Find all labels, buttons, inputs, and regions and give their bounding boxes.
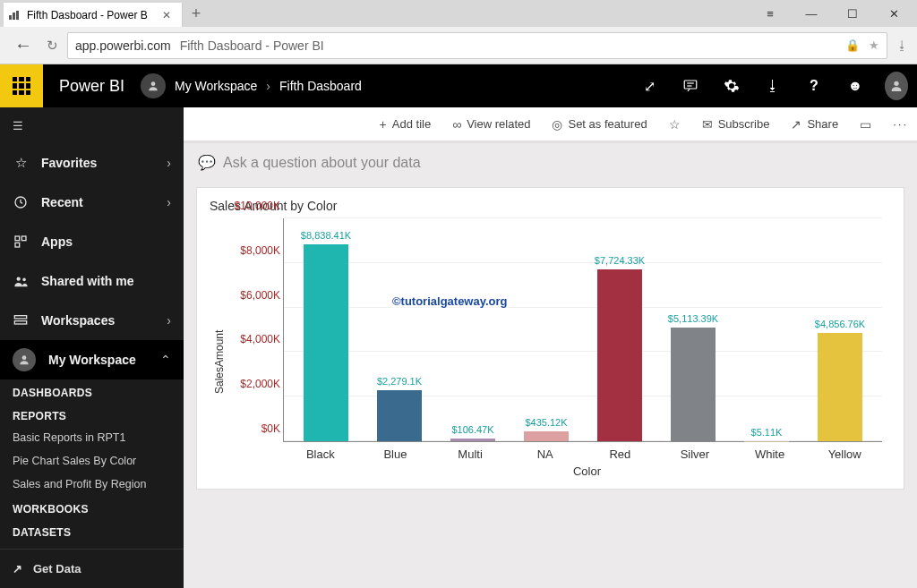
sidebar-item-workspaces[interactable]: Workspaces ›: [0, 301, 184, 340]
get-data-button[interactable]: ↗ Get Data: [0, 549, 184, 588]
share-button[interactable]: ↗Share: [791, 117, 838, 132]
sidebar-toggle-button[interactable]: ☰: [0, 107, 184, 143]
close-window-button[interactable]: ✕: [874, 1, 913, 26]
bar-yellow[interactable]: $4,856.76K: [803, 218, 877, 441]
report-link[interactable]: Pie Chart Sales By Color: [0, 449, 184, 473]
report-link[interactable]: Basic Reports in RPT1: [0, 426, 184, 449]
app-header: Power BI My Workspace › Fifth Dasboard ⤢…: [0, 64, 917, 107]
bar-red[interactable]: $7,724.33K: [583, 218, 656, 441]
back-button[interactable]: ←: [9, 31, 38, 59]
fullscreen-icon[interactable]: ⤢: [629, 64, 670, 107]
svg-rect-12: [14, 321, 26, 324]
download-icon[interactable]: ⭳: [752, 64, 793, 107]
bar-silver[interactable]: $5,113.39K: [656, 218, 730, 441]
section-datasets[interactable]: DATASETS: [0, 519, 184, 542]
app-launcher-button[interactable]: [0, 64, 43, 107]
minimize-button[interactable]: ―: [792, 1, 831, 26]
address-bar: ← ↻ app.powerbi.com Fifth Dasboard - Pow…: [0, 27, 917, 64]
sidebar-item-myworkspace[interactable]: My Workspace ⌃: [0, 340, 184, 379]
settings-gear-icon[interactable]: [711, 64, 752, 107]
svg-rect-11: [14, 316, 26, 319]
sidebar-item-recent[interactable]: Recent ›: [0, 183, 184, 222]
svg-point-9: [16, 277, 20, 280]
x-tick-label: Multi: [433, 442, 508, 461]
x-tick-label: NA: [508, 442, 583, 461]
related-icon: ∞: [452, 117, 461, 132]
x-tick-label: Blue: [358, 442, 433, 461]
add-tile-button[interactable]: +Add tile: [380, 117, 432, 132]
profile-avatar-icon[interactable]: [876, 64, 917, 107]
apps-icon: [13, 234, 29, 249]
qna-input[interactable]: 💬 Ask a question about your data: [184, 143, 917, 182]
workspaces-icon: [13, 313, 29, 328]
subscribe-button[interactable]: ✉Subscribe: [702, 117, 770, 132]
bar-rect: [597, 269, 641, 441]
tab-close-icon[interactable]: ✕: [159, 9, 175, 21]
bar-rect: [304, 244, 347, 441]
favorite-button[interactable]: ☆: [669, 117, 681, 132]
display-button[interactable]: ▭: [860, 117, 871, 132]
svg-rect-7: [21, 236, 26, 241]
download-icon[interactable]: ⭳: [896, 38, 908, 52]
svg-point-0: [151, 81, 156, 86]
tile-title: Sales Amount by Color: [210, 199, 891, 213]
sidebar-label: Favorites: [41, 156, 154, 170]
section-workbooks[interactable]: WORKBOOKS: [0, 496, 184, 519]
chat-icon: 💬: [198, 154, 216, 171]
svg-rect-8: [15, 243, 20, 247]
chevron-right-icon: ›: [167, 195, 171, 209]
chart-tile[interactable]: Sales Amount by Color SalesAmount $0K$2,…: [196, 187, 904, 490]
watermark-text: ©tutorialgateway.org: [390, 294, 510, 309]
new-tab-button[interactable]: +: [183, 4, 210, 23]
more-options-button[interactable]: ···: [893, 117, 908, 131]
qna-placeholder: Ask a question about your data: [223, 155, 421, 171]
content-area: +Add tile ∞View related ◎Set as featured…: [184, 107, 917, 588]
report-link[interactable]: Sales and Profit By Region: [0, 473, 184, 496]
arrow-icon: ↗: [13, 562, 22, 575]
help-icon[interactable]: ?: [793, 64, 835, 107]
sidebar-label: Workspaces: [41, 313, 154, 328]
section-reports[interactable]: REPORTS: [0, 403, 184, 426]
url-input[interactable]: app.powerbi.com Fifth Dasboard - Power B…: [67, 32, 887, 59]
tab-bar: Fifth Dasboard - Power B ✕ + ≡ ― ☐ ✕: [0, 0, 917, 27]
view-related-button[interactable]: ∞View related: [452, 117, 530, 132]
crumb-workspace[interactable]: My Workspace: [175, 79, 257, 93]
svg-rect-1: [684, 81, 697, 89]
section-dashboards[interactable]: DASHBOARDS: [0, 379, 184, 403]
maximize-button[interactable]: ☐: [833, 1, 872, 26]
bar-rect: [818, 333, 861, 441]
sidebar-item-shared[interactable]: Shared with me: [0, 261, 184, 301]
feedback-smile-icon[interactable]: ☻: [835, 64, 876, 107]
chevron-right-icon: ›: [266, 79, 270, 93]
bar-rect: [524, 431, 568, 441]
breadcrumb: My Workspace › Fifth Dasboard: [175, 79, 362, 93]
sidebar-item-favorites[interactable]: ☆ Favorites ›: [0, 143, 184, 183]
sidebar-item-apps[interactable]: Apps: [0, 222, 184, 261]
svg-point-13: [22, 355, 27, 360]
x-axis-label: Color: [283, 464, 891, 478]
plus-icon: +: [380, 117, 387, 132]
crumb-dashboard[interactable]: Fifth Dasboard: [279, 79, 362, 93]
sidebar-label: Apps: [41, 234, 171, 249]
refresh-button[interactable]: ↻: [47, 38, 58, 54]
menu-icon[interactable]: ≡: [750, 1, 790, 26]
bar-value-label: $5.11K: [751, 427, 783, 438]
url-page-title: Fifth Dasboard - Power BI: [180, 38, 324, 53]
chart-plot: $0K$2,000K$4,000K$6,000K$8,000K$10,000K$…: [283, 218, 882, 442]
browser-tab[interactable]: Fifth Dasboard - Power B ✕: [4, 3, 183, 27]
workspace-avatar-icon[interactable]: [141, 73, 166, 98]
bar-white[interactable]: $5.11K: [730, 218, 803, 441]
powerbi-favicon: [9, 11, 21, 20]
lock-icon: 🔒: [845, 38, 860, 52]
set-featured-button[interactable]: ◎Set as featured: [552, 117, 647, 132]
svg-rect-6: [15, 236, 20, 241]
comments-icon[interactable]: [670, 64, 711, 107]
bar-blue[interactable]: $2,279.1K: [363, 218, 436, 441]
bar-value-label: $106.47K: [451, 424, 493, 435]
bar-multi[interactable]: $106.47K: [436, 218, 510, 441]
bookmark-star-icon[interactable]: ★: [869, 38, 879, 52]
sidebar-label: Shared with me: [41, 274, 171, 288]
bar-black[interactable]: $8,838.41K: [289, 218, 363, 441]
bar-rect: [377, 390, 421, 441]
bar-na[interactable]: $435.12K: [510, 218, 583, 441]
